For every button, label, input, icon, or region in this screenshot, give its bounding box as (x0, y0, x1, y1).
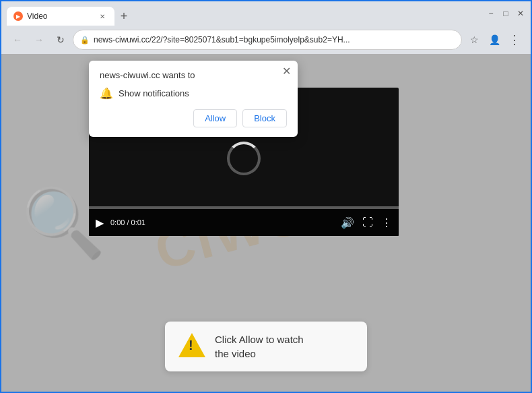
warning-icon (178, 333, 205, 360)
url-text: news-ciwuwi.cc/22/?site=8025071&sub1=bgk… (94, 35, 455, 44)
window-controls: − □ ✕ (486, 9, 525, 18)
warning-triangle (178, 333, 205, 357)
video-right-controls: 🔊 ⛶ ⋮ (341, 216, 392, 229)
permission-label: Show notifications (119, 88, 189, 98)
tab-area: ▶ Video ✕ + (7, 1, 484, 26)
address-bar-actions: ☆ 👤 ⋮ (465, 30, 524, 49)
popup-close-button[interactable]: ✕ (282, 66, 291, 77)
minimize-button[interactable]: − (486, 9, 496, 18)
reload-button[interactable]: ↻ (51, 30, 70, 49)
browser-window: ▶ Video ✕ + − □ ✕ ← → ↻ 🔒 news-ciwuwi.cc… (0, 0, 532, 393)
menu-button[interactable]: ⋮ (505, 30, 524, 49)
time-display: 0:00 / 0:01 (110, 218, 145, 226)
popup-permission-row: 🔔 Show notifications (100, 87, 287, 100)
allow-button[interactable]: Allow (193, 109, 237, 127)
maximize-button[interactable]: □ (501, 9, 510, 18)
warning-text: Click Allow to watch the video (215, 332, 304, 361)
video-loading-spinner (227, 142, 261, 175)
fullscreen-icon[interactable]: ⛶ (362, 216, 373, 229)
bell-icon: 🔔 (100, 87, 113, 100)
close-button[interactable]: ✕ (516, 9, 525, 18)
back-button[interactable]: ← (8, 30, 27, 49)
tab-close-button[interactable]: ✕ (97, 11, 108, 22)
profile-button[interactable]: 👤 (485, 30, 504, 49)
bookmark-button[interactable]: ☆ (465, 30, 484, 49)
page-content: 🔍 CIWUWI ▶ 0:00 / 0:01 🔊 ⛶ ⋮ ✕ news-ciwu (1, 54, 531, 392)
tab-title: Video (27, 11, 93, 21)
forward-button[interactable]: → (30, 30, 48, 49)
video-controls: ▶ 0:00 / 0:01 🔊 ⛶ ⋮ (89, 209, 399, 236)
active-tab[interactable]: ▶ Video ✕ (7, 7, 114, 26)
title-bar: ▶ Video ✕ + − □ ✕ (1, 1, 531, 26)
lock-icon: 🔒 (80, 36, 90, 44)
warning-box: Click Allow to watch the video (165, 322, 367, 371)
play-button[interactable]: ▶ (96, 216, 104, 229)
popup-title: news-ciwuwi.cc wants to (100, 70, 287, 80)
address-bar: ← → ↻ 🔒 news-ciwuwi.cc/22/?site=8025071&… (1, 26, 531, 54)
popup-actions: Allow Block (100, 109, 287, 127)
new-tab-button[interactable]: + (114, 7, 133, 26)
notification-permission-popup: ✕ news-ciwuwi.cc wants to 🔔 Show notific… (89, 61, 298, 137)
volume-icon[interactable]: 🔊 (341, 216, 354, 229)
block-button[interactable]: Block (242, 109, 287, 127)
tab-favicon: ▶ (13, 11, 23, 21)
address-bar-input[interactable]: 🔒 news-ciwuwi.cc/22/?site=8025071&sub1=b… (73, 30, 462, 50)
more-options-icon[interactable]: ⋮ (381, 216, 392, 229)
